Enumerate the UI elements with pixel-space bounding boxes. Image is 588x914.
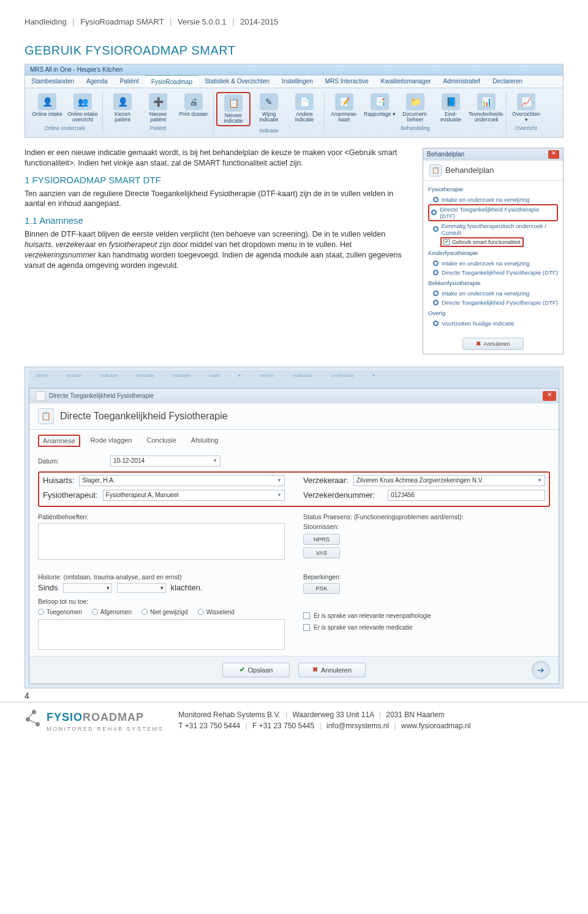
panel-option-label: Eenmalig fysiotherapeutisch onderzoek / … — [442, 223, 558, 236]
ribbon-group-label: Behandeling — [401, 125, 429, 131]
ribbon-item[interactable]: 📁Document- beheer — [398, 92, 432, 124]
ribbon-item-label: Wijzig indicatie — [253, 112, 285, 123]
ribbon-tab[interactable]: Administratief — [437, 75, 487, 88]
dtf-tab[interactable]: Anamnese — [38, 435, 80, 447]
sinds-input-2[interactable]: ▾ — [117, 583, 166, 593]
psk-button[interactable]: PSK — [303, 583, 340, 594]
ribbon-item[interactable]: 👤Online intake — [30, 92, 64, 124]
ribbon-tab[interactable]: Declareren — [486, 75, 529, 88]
nevenpathologie-label: Er is sprake van relevante nevenpatholog… — [314, 612, 431, 619]
dtf-tab[interactable]: Conclusie — [142, 435, 180, 447]
nprs-button[interactable]: NPRS — [303, 534, 340, 545]
ribbon-tab[interactable]: Kwaliteitsmanager — [375, 75, 437, 88]
panel-radio-option[interactable]: Intake en onderzoek na verwijzing — [428, 259, 558, 268]
ribbon-item[interactable]: 👥Online intake overzicht — [66, 92, 100, 124]
patientbehoeften-textarea[interactable] — [38, 523, 285, 560]
brand-tagline: MONITORED REHAB SYSTEMS — [47, 726, 164, 732]
radio-icon — [141, 609, 148, 615]
opslaan-button[interactable]: ✔Opslaan — [222, 663, 290, 677]
ribbon-item[interactable]: 👤Kiezen patiënt — [105, 92, 140, 124]
ribbon-item[interactable]: ✎Wijzig indicatie — [252, 92, 286, 126]
ribbon-tab[interactable]: Stambestanden — [25, 75, 80, 88]
patientbehoeften-label: Patiëntbehoeften: — [38, 513, 285, 520]
ribbon-tab[interactable]: Statistiek & Overzichten — [198, 75, 276, 88]
verzekerdenummer-input[interactable]: 0123456 — [388, 490, 545, 501]
radio-icon — [433, 270, 439, 275]
panel-window-title: Behandelplan — [427, 151, 464, 158]
fax: +31 23 750 5445 — [259, 722, 314, 730]
ribbon-item-icon: 👥 — [74, 93, 92, 110]
nevenpathologie-checkbox[interactable]: Er is sprake van relevante nevenpatholog… — [303, 612, 550, 619]
verzekeraar-input[interactable]: Zilveren Kruis Achmea Zorgverzekeringen … — [353, 475, 545, 486]
huisarts-input[interactable]: Slager, H.A.▼ — [79, 475, 285, 486]
ribbon-item[interactable]: 📘Eind- evaluatie — [434, 92, 468, 124]
logo: FYSIOROADMAP MONITORED REHAB SYSTEMS — [24, 709, 164, 732]
beloop-radio[interactable]: Wisselend — [198, 609, 235, 615]
dtf-tab[interactable]: Afsluiting — [187, 435, 223, 447]
ribbon-item-label: Print dossier — [179, 112, 208, 117]
beloop-textarea[interactable] — [38, 619, 285, 650]
chevron-down-icon: ▾ — [160, 585, 164, 591]
separator: | — [72, 17, 74, 26]
close-icon[interactable]: ✕ — [543, 391, 556, 401]
panel-heading: Behandelplan — [445, 166, 494, 175]
fysiotherapeut-input[interactable]: Fysiotherapeut A, Manueel▼ — [103, 490, 285, 501]
doc-header: Handleiding | FysioRoadmap SMART | Versi… — [24, 17, 564, 26]
ribbon-item-icon: 📄 — [295, 93, 314, 110]
section-1-1-paragraph: Binnen de DTF-kaart blijven de eerste ve… — [24, 229, 410, 271]
panel-radio-option[interactable]: Intake en onderzoek na verwijzing — [428, 195, 558, 204]
panel-option-label: Voortzetten huidige indicatie — [442, 320, 514, 327]
panel-radio-option[interactable]: Directe Toegankelijkheid Fysiotherapie (… — [428, 298, 558, 307]
ribbon-tab[interactable]: Instellingen — [276, 75, 319, 88]
ribbon-tab[interactable]: Patiënt — [114, 75, 145, 88]
ribbon-item[interactable]: ➕Nieuwe patiënt — [141, 92, 175, 124]
beloop-radio[interactable]: Afgenomen — [92, 609, 132, 615]
ribbon-tab[interactable]: MRS Interactive — [319, 75, 375, 88]
ribbon-item-label: Eind- evaluatie — [435, 112, 467, 123]
ribbon-item[interactable]: 📑Rapportage ▾ — [363, 92, 397, 124]
ribbon-group-label: Patiënt — [150, 125, 166, 131]
ribbon-item[interactable]: 🖨Print dossier — [176, 92, 211, 124]
next-button[interactable]: ➔ — [532, 661, 550, 679]
ribbon-item[interactable]: 📈Overzichten ▾ — [509, 92, 543, 124]
ribbon-tab[interactable]: FysioRoadmap — [145, 75, 198, 88]
ribbon-item-icon: 🖨 — [184, 93, 203, 110]
smart-functionaliteit-checkbox[interactable]: ✔Gebruik smart functionaliteit — [440, 237, 524, 247]
brand-b: ROADMAP — [83, 711, 144, 723]
dtf-tab[interactable]: Rode vlaggen — [86, 435, 137, 447]
sinds-input-1[interactable]: ▾ — [63, 583, 112, 593]
vas-button[interactable]: VAS — [303, 547, 340, 558]
radio-icon — [433, 261, 439, 266]
app-title: MRS All in One - Heupie's Kitchen — [30, 66, 123, 73]
ribbon-group-label: Overzicht — [515, 125, 537, 131]
ribbon-item[interactable]: 📋Nieuwe indicatie — [216, 92, 251, 126]
medicatie-checkbox[interactable]: Er is sprake van relevante medicatie — [303, 624, 550, 631]
close-icon[interactable]: ✕ — [548, 150, 559, 159]
ribbon-tab[interactable]: Agenda — [80, 75, 113, 88]
panel-radio-option[interactable]: Directe Toegankelijkheid Fysiotherapie (… — [428, 204, 558, 221]
radio-icon — [433, 197, 439, 202]
beloop-radio[interactable]: Niet gewijzigd — [141, 609, 188, 615]
panel-radio-option[interactable]: Intake en onderzoek na verwijzing — [428, 289, 558, 298]
ribbon-item-label: Anamnese- kaart — [328, 112, 360, 123]
cancel-button[interactable]: ✖ Annuleren — [462, 338, 524, 350]
ribbon-item[interactable]: 📝Anamnese- kaart — [327, 92, 361, 124]
panel-radio-option[interactable]: Eenmalig fysiotherapeutisch onderzoek / … — [428, 221, 558, 237]
opslaan-label: Opslaan — [248, 666, 273, 674]
ribbon-item[interactable]: 📊Tevredenheids- onderzoek — [469, 92, 503, 124]
datum-input[interactable]: 10-12-2014▼ — [110, 455, 221, 467]
chevron-down-icon: ▼ — [277, 478, 282, 483]
panel-radio-option[interactable]: Voortzetten huidige indicatie — [428, 319, 558, 328]
ribbon-item-icon: 📑 — [371, 93, 389, 110]
ribbon-item-label: Overzichten ▾ — [510, 112, 542, 123]
ribbon-group: 📝Anamnese- kaart📑Rapportage ▾📁Document- … — [325, 92, 507, 134]
panel-radio-option[interactable]: Directe Toegankelijkheid Fysiotherapie (… — [428, 268, 558, 277]
beloop-label: Beloop tot nu toe: — [38, 598, 285, 605]
huisarts-label: Huisarts: — [43, 476, 74, 485]
ribbon-item-icon: 📝 — [335, 93, 353, 110]
beloop-radio[interactable]: Toegenomen — [38, 609, 82, 615]
clipboard-icon: 📋 — [429, 164, 442, 177]
ribbon-item[interactable]: 📄Andere indicatie — [287, 92, 322, 126]
annuleren-button[interactable]: ✖Annuleren — [298, 663, 366, 677]
dtf-window-title: Directe Toegankelijkheid Fysiotherapie — [49, 392, 154, 399]
